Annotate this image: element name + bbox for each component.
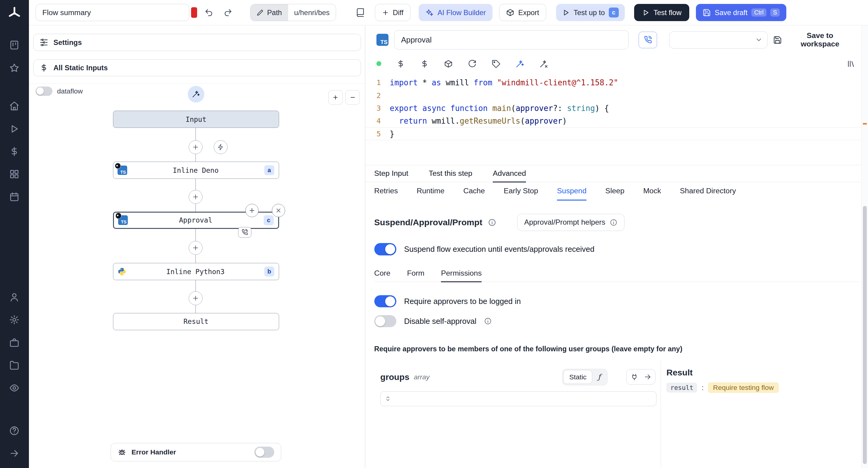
plug-icon[interactable] (630, 373, 638, 381)
sidebar-item-resources[interactable] (3, 163, 25, 185)
redo-button[interactable] (220, 5, 236, 20)
step-node-a[interactable]: TS Inline Deno a (113, 162, 279, 179)
expression-mode-button[interactable]: ƒ (592, 370, 606, 384)
sidebar-item-apps[interactable] (3, 34, 25, 56)
tab-sleep[interactable]: Sleep (605, 182, 624, 201)
function-icon: ƒ (598, 373, 601, 381)
error-handler-row[interactable]: Error Handler (111, 443, 281, 461)
ai-assistant-on-button[interactable] (516, 59, 524, 68)
tab-step-input[interactable]: Step Input (374, 165, 408, 182)
sidebar-item-variables[interactable] (3, 140, 25, 163)
require-login-label: Require approvers to be logged in (404, 297, 521, 306)
static-mode-button[interactable]: Static (563, 370, 592, 384)
docs-button[interactable] (352, 5, 368, 20)
insert-step-button[interactable] (189, 190, 203, 204)
sidebar-item-settings[interactable] (3, 309, 25, 331)
tab-permissions[interactable]: Permissions (441, 265, 482, 282)
approval-prompt-helpers-button[interactable]: Approval/Prompt helpers (517, 214, 624, 231)
sidebar-item-folders[interactable] (3, 354, 25, 377)
result-node[interactable]: Result (113, 313, 279, 330)
add-branch-button[interactable] (245, 204, 258, 217)
all-static-inputs-button[interactable]: All Static Inputs (33, 59, 361, 77)
tab-runtime[interactable]: Runtime (417, 182, 444, 201)
info-icon[interactable] (488, 218, 496, 227)
suspend-step-button[interactable] (639, 32, 657, 48)
insert-step-button[interactable] (189, 140, 203, 154)
sidebar-item-workers[interactable] (3, 331, 25, 354)
home-icon (9, 101, 20, 111)
sidebar-item-favorites[interactable] (3, 56, 25, 79)
input-node[interactable]: Input (113, 111, 279, 128)
tab-retries[interactable]: Retries (374, 182, 398, 201)
trigger-button[interactable] (214, 140, 227, 154)
test-up-to-label: Test up to (574, 8, 604, 17)
sidebar-item-home[interactable] (3, 95, 25, 117)
step-node-b[interactable]: Inline Python3 b (113, 263, 279, 280)
windmill-flow-editor: Path u/henri/bes Diff AI Flow Builder Ex… (0, 0, 868, 468)
tab-early-stop[interactable]: Early Stop (504, 182, 538, 201)
insert-step-button[interactable] (189, 241, 203, 255)
tab-cache[interactable]: Cache (463, 182, 485, 201)
path-button[interactable]: Path u/henri/bes (250, 4, 336, 21)
dataflow-toggle-row: dataflow (36, 87, 83, 96)
tab-suspend[interactable]: Suspend (557, 182, 587, 201)
test-up-to-button[interactable]: Test up toc (556, 4, 625, 21)
sidebar-item-runs[interactable] (3, 117, 25, 140)
scrollbar-thumb[interactable] (863, 206, 867, 464)
sidebar-item-help[interactable] (3, 419, 25, 442)
info-icon[interactable] (484, 317, 492, 325)
arrow-right-icon[interactable] (644, 373, 652, 381)
divider (29, 83, 365, 84)
ai-assistant-off-button[interactable] (539, 59, 548, 68)
chevron-down-icon (755, 36, 763, 44)
scrollbar[interactable] (861, 25, 868, 468)
groups-field-type: array (414, 373, 430, 381)
step-tabs: Step Input Test this step Advanced (365, 165, 868, 182)
tab-shared-directory[interactable]: Shared Directory (680, 182, 736, 201)
package-button[interactable] (444, 59, 453, 68)
zoom-out-button[interactable]: − (345, 90, 360, 105)
require-login-toggle[interactable] (374, 295, 396, 307)
resource-picker-button[interactable] (420, 59, 429, 68)
tab-test-this-step[interactable]: Test this step (429, 165, 472, 182)
diff-button[interactable]: Diff (375, 4, 410, 21)
sidebar-item-schedules[interactable] (3, 185, 25, 208)
code-editor[interactable]: 1import * as wmill from "windmill-client… (365, 73, 868, 165)
tag-button[interactable] (492, 59, 500, 68)
ai-assistant-button[interactable] (188, 86, 204, 103)
windmill-logo-icon[interactable] (7, 6, 22, 21)
disable-self-approval-label: Disable self-approval (404, 317, 476, 326)
groups-input[interactable] (380, 391, 657, 407)
save-to-workspace-button[interactable]: Save to workspace (773, 31, 854, 48)
sidebar-group-main (3, 95, 25, 208)
step-name-input[interactable] (394, 30, 629, 50)
save-draft-button[interactable]: Save draftCtrlS (696, 4, 786, 21)
script-version-select[interactable] (669, 31, 768, 49)
disable-self-approval-toggle[interactable] (374, 315, 396, 327)
dollar-icon (39, 63, 48, 72)
sidebar-item-users[interactable] (3, 286, 25, 309)
tab-advanced[interactable]: Advanced (493, 165, 526, 182)
tab-core[interactable]: Core (374, 265, 391, 282)
error-handler-toggle[interactable] (254, 447, 274, 458)
typescript-icon: TS (118, 166, 127, 175)
tab-mock[interactable]: Mock (643, 182, 661, 201)
kbd-ctrl: Ctrl (751, 8, 767, 17)
flow-summary-input[interactable] (36, 4, 190, 21)
test-flow-button[interactable]: Test flow (634, 4, 689, 21)
undo-button[interactable] (201, 5, 216, 20)
delete-step-button[interactable] (272, 204, 285, 217)
flow-settings-button[interactable]: Settings (33, 34, 361, 51)
tab-form[interactable]: Form (407, 265, 424, 282)
ai-flow-builder-button[interactable]: AI Flow Builder (418, 4, 493, 21)
sidebar-item-audit[interactable] (3, 377, 25, 399)
export-button[interactable]: Export (499, 4, 546, 21)
variable-picker-button[interactable] (396, 59, 405, 68)
reload-button[interactable] (468, 59, 476, 68)
insert-step-button[interactable] (189, 291, 203, 305)
sidebar-expand-button[interactable] (3, 442, 25, 465)
zoom-in-button[interactable]: + (328, 90, 343, 105)
suspend-toggle[interactable] (374, 243, 396, 255)
library-button[interactable] (847, 59, 856, 68)
dataflow-toggle[interactable] (36, 87, 53, 96)
